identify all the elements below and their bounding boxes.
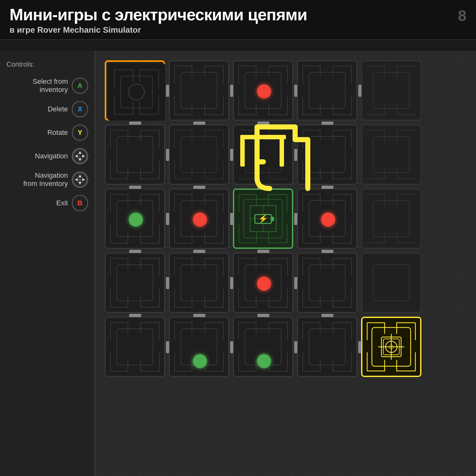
cell-0-0-selected[interactable]: [105, 60, 165, 121]
cell-1-3[interactable]: [169, 253, 229, 313]
btn-y[interactable]: Y: [72, 124, 88, 141]
cell-1-2[interactable]: [169, 188, 229, 249]
svg-text:R: R: [79, 178, 81, 182]
btn-l-dpad[interactable]: L: [72, 148, 88, 164]
control-delete-label: Delete: [6, 105, 72, 113]
svg-rect-22: [170, 61, 228, 120]
dot-red-2-3: [257, 277, 271, 291]
control-navigation-label: Navigation: [6, 152, 72, 160]
cell-0-4[interactable]: [105, 317, 165, 377]
svg-rect-47: [271, 217, 274, 221]
page-subtitle: в игре Rover Mechanic Simulator: [10, 25, 466, 35]
cell-center-battery[interactable]: ⚡: [233, 188, 293, 249]
header: Мини-игры с электрическими цепями в игре…: [0, 0, 476, 40]
svg-rect-30: [106, 125, 164, 184]
cell-3-1[interactable]: [297, 124, 357, 185]
svg-text:L: L: [79, 155, 81, 158]
dot-red-0-2: [257, 84, 271, 98]
controls-title: Controls:: [6, 60, 88, 69]
main-area: Controls: Select frominventory A Delete …: [0, 51, 476, 476]
svg-rect-59: [298, 254, 356, 312]
svg-rect-53: [106, 254, 164, 312]
control-rotate-label: Rotate: [6, 129, 72, 137]
control-select-label: Select frominventory: [6, 77, 72, 94]
cell-1-4[interactable]: [169, 317, 229, 377]
svg-rect-19: [108, 63, 165, 121]
cell-0-2[interactable]: [105, 188, 165, 249]
cell-4-4-yellow[interactable]: ⬡: [361, 317, 421, 377]
cell-3-4[interactable]: [297, 317, 357, 377]
control-select: Select frominventory A: [6, 77, 88, 94]
svg-rect-26: [298, 61, 356, 120]
svg-rect-55: [170, 254, 228, 312]
page-title: Мини-игры с электрическими цепями: [10, 6, 466, 24]
cell-4-0[interactable]: [361, 60, 421, 121]
control-nav-inventory-label: Navigationfrom Inventory: [6, 171, 72, 188]
cell-4-2[interactable]: [361, 188, 421, 249]
svg-rect-69: [298, 318, 356, 376]
svg-rect-28: [362, 61, 420, 120]
cell-4-3[interactable]: [361, 253, 421, 313]
cell-3-0[interactable]: [297, 60, 357, 121]
yellow-wire-h-top: [240, 135, 286, 139]
cell-4-1[interactable]: [361, 124, 421, 185]
control-exit: Exit B: [6, 195, 88, 211]
btn-b[interactable]: B: [72, 195, 88, 211]
cell-0-1[interactable]: [105, 124, 165, 185]
svg-text:⚡: ⚡: [258, 214, 268, 224]
svg-text:⬡: ⬡: [389, 344, 394, 350]
svg-rect-61: [362, 254, 420, 312]
dot-green-1-4: [193, 354, 207, 368]
control-nav-inventory: Navigationfrom Inventory R: [6, 171, 88, 188]
control-exit-label: Exit: [6, 199, 72, 207]
dot-red-1-2: [193, 213, 207, 227]
cell-3-2[interactable]: [297, 188, 357, 249]
btn-a[interactable]: A: [72, 77, 88, 94]
control-rotate: Rotate Y: [6, 124, 88, 141]
yellow-wire-v-left: [240, 135, 245, 167]
cell-1-1-circuit[interactable]: [169, 124, 229, 185]
svg-rect-36: [298, 125, 356, 184]
control-delete: Delete X: [6, 101, 88, 117]
svg-rect-38: [362, 125, 420, 184]
cell-3-3[interactable]: [297, 253, 357, 313]
cell-2-3[interactable]: [233, 253, 293, 313]
cell-1-0[interactable]: [169, 60, 229, 121]
control-navigation: Navigation L: [6, 148, 88, 164]
dot-green-0-2: [129, 213, 143, 227]
cell-2-1-yellow[interactable]: [233, 124, 293, 185]
btn-r-dpad[interactable]: R: [72, 171, 88, 188]
svg-rect-32: [170, 125, 228, 184]
svg-rect-63: [106, 318, 164, 376]
cell-2-0[interactable]: [233, 60, 293, 121]
grid-area: ⚡: [95, 51, 476, 476]
cell-0-3[interactable]: [105, 253, 165, 313]
cell-2-4[interactable]: [233, 317, 293, 377]
controls-panel: Controls: Select frominventory A Delete …: [0, 51, 95, 476]
dot-green-2-4: [257, 354, 271, 368]
yellow-wire-v-right: [280, 135, 284, 167]
svg-rect-51: [362, 189, 420, 248]
btn-x[interactable]: X: [72, 101, 88, 117]
dot-red-3-2: [321, 213, 335, 227]
page-number: 8: [458, 7, 466, 24]
